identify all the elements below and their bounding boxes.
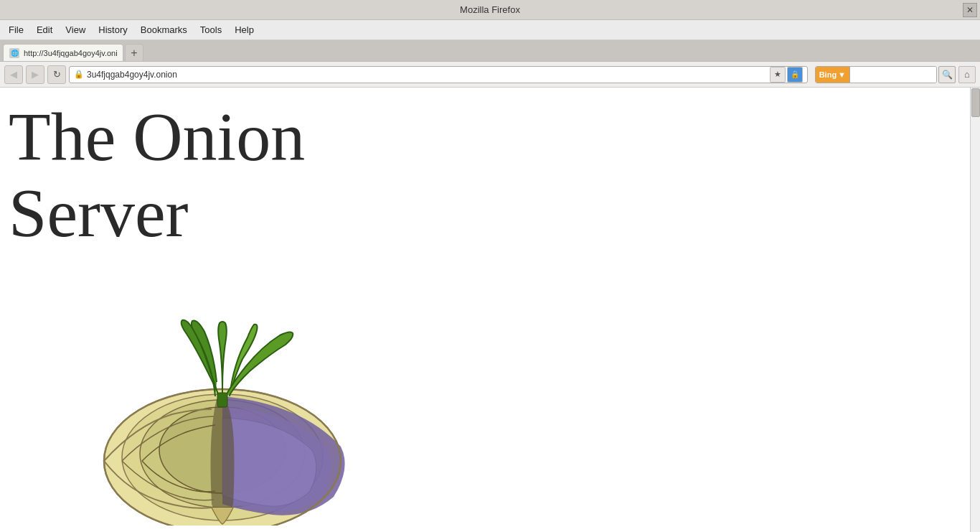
tor-logo [79,303,359,526]
scrollbar-thumb[interactable] [971,88,980,117]
tab-label: http://3u4fjqgab4goy4jv.onion/ [24,49,117,57]
page-title-line2: Server [9,174,189,251]
url-text: 3u4fjqgab4goy4jv.onion [87,70,767,80]
page-title-line1: The Onion [9,98,305,175]
menu-bookmarks[interactable]: Bookmarks [135,22,193,37]
menu-file[interactable]: File [3,22,29,37]
window-title: Mozilla Firefox [460,4,520,15]
search-icon: 🔍 [942,70,953,80]
search-input[interactable] [850,67,936,83]
menu-bar: File Edit View History Bookmarks Tools H… [0,20,980,40]
security-icon: 🔒 [74,70,84,79]
search-section: Bing ▼ 🔍 [815,66,956,83]
title-bar: Mozilla Firefox ✕ [0,0,980,20]
close-button[interactable]: ✕ [963,3,977,17]
page-content: The Onion Server [0,88,980,532]
chevron-down-icon: ▼ [838,70,846,79]
home-icon: ⌂ [964,69,970,80]
search-engine-button[interactable]: Bing ▼ [816,67,850,83]
forward-icon: ▶ [32,69,39,80]
menu-history[interactable]: History [93,22,133,37]
home-button[interactable]: ⌂ [958,66,976,83]
svg-rect-5 [217,393,227,407]
refresh-icon: ↻ [53,69,61,80]
new-tab-button[interactable]: + [125,44,143,61]
menu-edit[interactable]: Edit [31,22,58,37]
page-title: The Onion Server [9,99,971,251]
menu-help[interactable]: Help [229,22,260,37]
tab-bar: 🌐 http://3u4fjqgab4goy4jv.onion/ + [0,40,980,62]
tor-logo-svg [79,303,359,526]
menu-view[interactable]: View [60,22,91,37]
address-bar-buttons: ★ 🔒 [770,67,803,83]
tab-favicon: 🌐 [9,48,19,58]
search-go-button[interactable]: 🔍 [938,66,956,83]
forward-button[interactable]: ▶ [26,65,44,84]
refresh-button[interactable]: ↻ [47,65,66,84]
search-engine-label: Bing [819,70,837,79]
menu-tools[interactable]: Tools [194,22,227,37]
star-button[interactable]: ★ [770,67,786,83]
scrollbar[interactable] [970,88,980,532]
search-box[interactable]: Bing ▼ [815,66,937,83]
address-bar[interactable]: 🔒 3u4fjqgab4goy4jv.onion ★ 🔒 [69,66,808,83]
nav-bar: ◀ ▶ ↻ 🔒 3u4fjqgab4goy4jv.onion ★ 🔒 Bing … [0,62,980,88]
back-button[interactable]: ◀ [4,65,23,84]
back-icon: ◀ [10,69,17,80]
tor-button[interactable]: 🔒 [787,67,803,83]
browser-tab[interactable]: 🌐 http://3u4fjqgab4goy4jv.onion/ [3,44,123,61]
